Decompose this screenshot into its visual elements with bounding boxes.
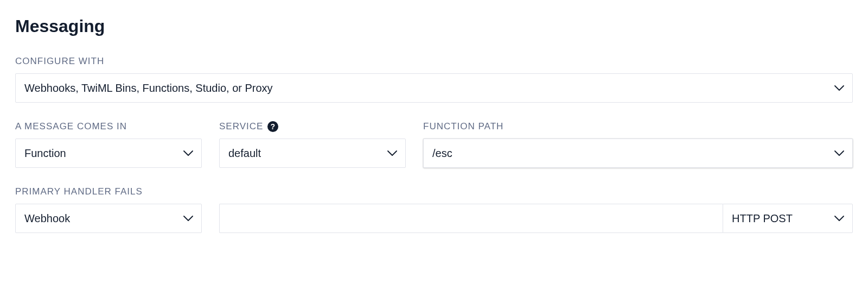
service-label: SERVICE ?	[219, 121, 406, 132]
message-comes-in-label: A MESSAGE COMES IN	[15, 121, 202, 132]
spacer-label	[219, 186, 853, 197]
configure-with-field: CONFIGURE WITH Webhooks, TwiML Bins, Fun…	[15, 56, 853, 103]
message-comes-in-field: A MESSAGE COMES IN Function	[15, 121, 202, 168]
service-select[interactable]: default	[219, 139, 406, 168]
page-title: Messaging	[15, 16, 853, 36]
fallback-url-field: HTTP POST	[219, 186, 853, 233]
configure-with-label: CONFIGURE WITH	[15, 56, 853, 67]
message-comes-in-select[interactable]: Function	[15, 139, 202, 168]
primary-handler-fails-field: PRIMARY HANDLER FAILS Webhook	[15, 186, 202, 233]
primary-handler-fails-label: PRIMARY HANDLER FAILS	[15, 186, 202, 197]
configure-with-select[interactable]: Webhooks, TwiML Bins, Functions, Studio,…	[15, 73, 853, 103]
function-path-select[interactable]: /esc	[423, 139, 853, 168]
function-path-field: FUNCTION PATH /esc	[423, 121, 853, 168]
help-icon[interactable]: ?	[267, 121, 278, 132]
primary-handler-fails-select[interactable]: Webhook	[15, 204, 202, 233]
function-path-label: FUNCTION PATH	[423, 121, 853, 132]
service-field: SERVICE ? default	[219, 121, 406, 168]
fallback-url-input[interactable]	[219, 204, 723, 233]
fallback-method-select[interactable]: HTTP POST	[723, 204, 853, 233]
